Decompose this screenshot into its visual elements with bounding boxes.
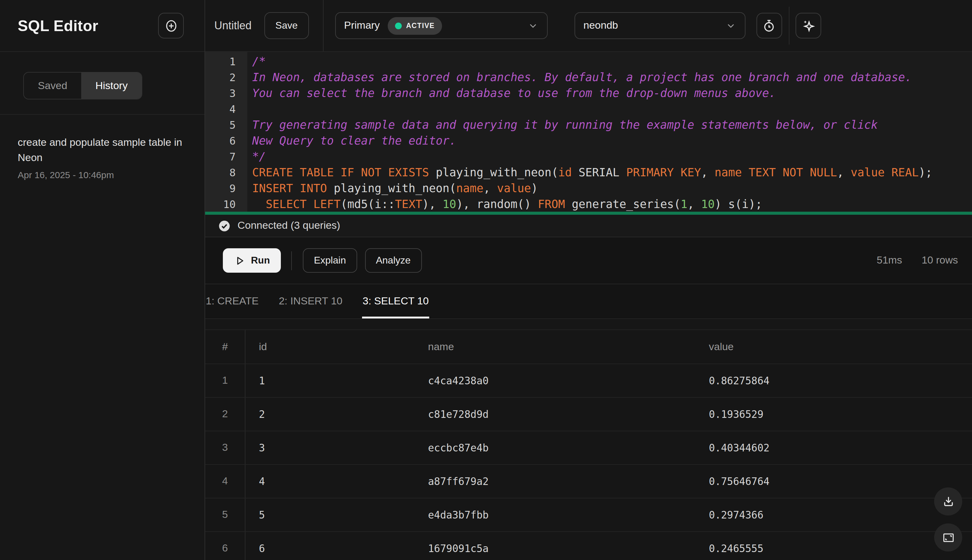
row-number-cell: 3 bbox=[205, 431, 246, 464]
value-cell: 0.75646764 bbox=[696, 465, 972, 498]
code-token: , bbox=[701, 166, 714, 179]
results-panel: #idnamevalue 11c4ca4238a00.8627586422c81… bbox=[205, 319, 972, 560]
column-header-row-number: # bbox=[205, 330, 246, 363]
code-token: 10 bbox=[701, 198, 714, 210]
row-number-cell: 6 bbox=[205, 532, 246, 560]
topbar: Untitled Save Primary ACTIVE neondb bbox=[205, 0, 972, 52]
history-item-timestamp: Apr 16, 2025 - 10:46pm bbox=[18, 170, 182, 180]
topbar-divider bbox=[323, 0, 323, 51]
code-token: playing_with_neon( bbox=[429, 166, 558, 179]
code-text: */ bbox=[247, 149, 266, 165]
id-cell: 4 bbox=[246, 465, 415, 498]
results-table-header: #idnamevalue bbox=[205, 329, 972, 363]
download-icon bbox=[941, 494, 955, 508]
result-tabs: 1: CREATE2: INSERT 103: SELECT 10 bbox=[205, 284, 972, 319]
line-number: 5 bbox=[205, 117, 247, 133]
table-row[interactable]: 44a87ff679a20.75646764 bbox=[205, 464, 972, 498]
code-text: You can select the branch and database t… bbox=[247, 85, 776, 101]
expand-results-button[interactable] bbox=[934, 523, 962, 552]
sidebar-tab-saved[interactable]: Saved bbox=[24, 73, 81, 99]
table-row[interactable]: 11c4ca4238a00.86275864 bbox=[205, 363, 972, 397]
id-cell: 6 bbox=[246, 532, 415, 560]
actions-divider bbox=[291, 251, 292, 270]
editor-line: 3You can select the branch and database … bbox=[205, 85, 972, 101]
line-number: 9 bbox=[205, 180, 247, 197]
branch-select[interactable]: Primary ACTIVE bbox=[335, 12, 547, 39]
code-token: INSERT INTO bbox=[252, 182, 327, 195]
code-token: value bbox=[497, 182, 531, 195]
editor-line: 8CREATE TABLE IF NOT EXISTS playing_with… bbox=[205, 165, 972, 180]
code-token: TEXT bbox=[395, 198, 422, 210]
run-button[interactable]: Run bbox=[223, 248, 281, 273]
chevron-down-icon bbox=[725, 20, 736, 31]
main-panel: Untitled Save Primary ACTIVE neondb bbox=[205, 0, 972, 560]
table-row[interactable]: 661679091c5a0.2465555 bbox=[205, 531, 972, 560]
row-number-cell: 4 bbox=[205, 465, 246, 498]
editor-line: 10 SELECT LEFT(md5(i::TEXT), 10), random… bbox=[205, 197, 972, 212]
result-tab-2[interactable]: 2: INSERT 10 bbox=[278, 284, 343, 318]
editor-line: 1/* bbox=[205, 54, 972, 70]
code-token: LEFT bbox=[313, 198, 341, 210]
code-token: You can select the branch and database t… bbox=[252, 87, 776, 100]
connection-status-row: Connected (3 queries) bbox=[205, 215, 972, 237]
query-title: Untitled bbox=[214, 19, 251, 32]
line-number: 10 bbox=[205, 197, 247, 212]
history-item-title: create and populate sample table in Neon bbox=[18, 135, 182, 165]
analyze-button[interactable]: Analyze bbox=[365, 248, 422, 273]
status-dot-icon bbox=[395, 22, 402, 29]
ai-assist-button[interactable] bbox=[795, 13, 821, 38]
download-results-button[interactable] bbox=[934, 487, 962, 515]
results-table-body: 11c4ca4238a00.8627586422c81e728d9d0.1936… bbox=[205, 363, 972, 560]
table-row[interactable]: 22c81e728d9d0.1936529 bbox=[205, 397, 972, 431]
expand-icon bbox=[941, 530, 955, 545]
code-token: ), bbox=[422, 198, 443, 210]
query-history-button[interactable] bbox=[756, 13, 782, 38]
code-token: id bbox=[558, 166, 572, 179]
code-token bbox=[742, 166, 749, 179]
actions-row: Run Explain Analyze 51ms 10 rows bbox=[205, 237, 972, 284]
code-text: CREATE TABLE IF NOT EXISTS playing_with_… bbox=[247, 165, 932, 180]
branch-status-label: ACTIVE bbox=[406, 22, 435, 29]
code-token: Try generating sample data and querying … bbox=[252, 118, 878, 131]
code-token bbox=[885, 166, 892, 179]
result-tab-3[interactable]: 3: SELECT 10 bbox=[362, 284, 430, 318]
code-token: name bbox=[456, 182, 483, 195]
line-number: 7 bbox=[205, 149, 247, 165]
line-number: 2 bbox=[205, 70, 247, 85]
sql-editor[interactable]: 1/*2In Neon, databases are stored on bra… bbox=[205, 52, 972, 212]
history-list: create and populate sample table in Neon… bbox=[0, 115, 204, 180]
line-number: 6 bbox=[205, 133, 247, 149]
explain-button[interactable]: Explain bbox=[303, 248, 357, 273]
code-token: REAL bbox=[892, 166, 918, 179]
sidebar-tab-history[interactable]: History bbox=[81, 73, 142, 99]
editor-line: 5Try generating sample data and querying… bbox=[205, 117, 972, 133]
sidebar-tabs-block: SavedHistory bbox=[0, 52, 204, 115]
editor-line: 6New Query to clear the editor. bbox=[205, 133, 972, 149]
table-row[interactable]: 55e4da3b7fbb0.2974366 bbox=[205, 498, 972, 531]
name-cell: c81e728d9d bbox=[415, 398, 696, 431]
name-cell: e4da3b7fbb bbox=[415, 498, 696, 531]
row-number-cell: 5 bbox=[205, 498, 246, 531]
save-button[interactable]: Save bbox=[264, 12, 309, 39]
check-circle-icon bbox=[218, 219, 231, 232]
code-token: FROM bbox=[538, 198, 565, 210]
value-cell: 0.2974366 bbox=[696, 498, 972, 531]
id-cell: 1 bbox=[246, 364, 415, 397]
column-header-id: id bbox=[246, 330, 415, 363]
value-cell: 0.86275864 bbox=[696, 364, 972, 397]
code-token: ) bbox=[531, 182, 538, 195]
history-item[interactable]: create and populate sample table in Neon… bbox=[18, 135, 182, 180]
sparkles-icon bbox=[800, 18, 816, 33]
new-query-button[interactable] bbox=[158, 13, 184, 38]
database-select[interactable]: neondb bbox=[574, 12, 745, 39]
plus-circle-icon bbox=[163, 18, 179, 33]
code-token bbox=[252, 198, 266, 210]
line-number: 8 bbox=[205, 165, 247, 180]
code-token: name bbox=[714, 166, 742, 179]
database-name: neondb bbox=[583, 20, 618, 32]
result-tab-1[interactable]: 1: CREATE bbox=[205, 284, 259, 318]
sidebar-header: SQL Editor bbox=[0, 0, 204, 52]
table-row[interactable]: 33eccbc87e4b0.40344602 bbox=[205, 431, 972, 464]
value-cell: 0.1936529 bbox=[696, 398, 972, 431]
code-token: ) s(i); bbox=[714, 198, 762, 210]
